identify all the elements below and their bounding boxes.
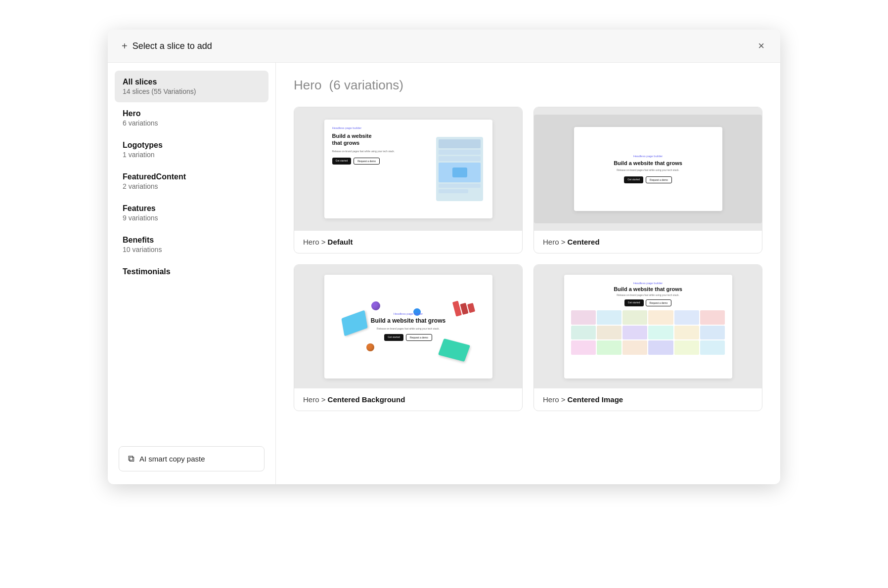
mockup-3d-btn1: Get started xyxy=(384,334,403,341)
sidebar-item-name: Testimonials xyxy=(123,267,261,276)
mockup-c-btn1: Get started xyxy=(624,176,643,183)
dialog-header: + Select a slice to add × xyxy=(108,30,780,63)
mockup-c-badge: Headless page builder xyxy=(633,155,663,158)
sidebar-item-count: 2 variations xyxy=(123,182,261,190)
card-label-prefix: Hero > xyxy=(303,395,328,404)
card-label-default: Hero > Default xyxy=(294,231,522,253)
section-variations-text: (6 variations) xyxy=(329,78,403,92)
dialog-title: Select a slice to add xyxy=(133,41,212,51)
sidebar-item-count: 14 slices (55 Variations) xyxy=(123,87,261,95)
mockup-ci-buttons: Get started Request a demo xyxy=(624,299,671,306)
card-preview-centered-image: Headless page builder Build a website th… xyxy=(534,265,762,388)
plus-icon: + xyxy=(122,41,128,52)
mockup-c-headline: Build a website that grows xyxy=(614,160,682,166)
mockup-ci-badge: Headless page builder xyxy=(633,282,663,285)
mockup-3d-badge: Headless page builder xyxy=(394,312,423,315)
card-preview-centered-bg: Headless page builder Build a website th… xyxy=(294,265,522,388)
mockup-3d-headline: Build a website that grows xyxy=(371,317,445,325)
sidebar-item-featured[interactable]: FeaturedContent 2 variations xyxy=(115,166,268,197)
mockup-centered-bg: Headless page builder Build a website th… xyxy=(534,115,762,223)
header-left: + Select a slice to add xyxy=(122,41,212,52)
sidebar-item-logotypes[interactable]: Logotypes 1 variation xyxy=(115,134,268,166)
mockup-c-buttons: Get started Request a demo xyxy=(624,176,671,183)
section-title-text: Hero xyxy=(294,78,321,92)
sidebar-item-count: 10 variations xyxy=(123,246,261,253)
sidebar-item-name: All slices xyxy=(123,78,261,86)
mockup-badge: Headless page builder xyxy=(332,126,429,129)
card-label-centered-image: Hero > Centered Image xyxy=(534,388,762,411)
card-label-bold: Centered Image xyxy=(568,395,623,404)
sidebar-item-count: 9 variations xyxy=(123,214,261,222)
mockup-ci-btn2: Request a demo xyxy=(646,299,672,306)
card-label-prefix: Hero > xyxy=(303,238,328,246)
mockup-ci-header: Headless page builder Build a website th… xyxy=(571,282,725,306)
sidebar-item-count: 1 variation xyxy=(123,151,261,159)
sidebar-item-name: Hero xyxy=(123,109,261,118)
card-preview-centered: Headless page builder Build a website th… xyxy=(534,107,762,231)
3d-sphere-orange xyxy=(366,343,374,351)
sidebar-item-name: Logotypes xyxy=(123,141,261,150)
sidebar-item-name: FeaturedContent xyxy=(123,172,261,181)
card-label-prefix: Hero > xyxy=(543,395,568,404)
sidebar-item-features[interactable]: Features 9 variations xyxy=(115,197,268,229)
mockup-ci-headline: Build a website that grows xyxy=(614,286,682,292)
mockup-3d: Headless page builder Build a website th… xyxy=(324,275,492,378)
mockup-buttons: Get started Request a demo xyxy=(332,158,429,165)
mockup-3d-buttons: Get started Request a demo xyxy=(384,334,432,341)
ai-button-label: AI smart copy paste xyxy=(139,455,205,463)
3d-teal xyxy=(438,338,470,362)
mockup-3d-text: Headless page builder Build a website th… xyxy=(371,312,445,341)
section-heading: Hero (6 variations) xyxy=(294,78,762,93)
sidebar-item-benefits[interactable]: Benefits 10 variations xyxy=(115,229,268,260)
card-label-bold: Centered xyxy=(568,238,600,246)
mockup-subtext: Release on-brand pages fast while using … xyxy=(332,150,429,153)
mockup-centered-inner: Headless page builder Build a website th… xyxy=(574,127,722,211)
sidebar-item-count: 6 variations xyxy=(123,119,261,127)
mockup-3d-btn2: Request a demo xyxy=(406,334,432,341)
sidebar: All slices 14 slices (55 Variations) Her… xyxy=(108,63,276,484)
mockup-btn-get-started: Get started xyxy=(332,158,352,165)
cards-grid: Headless page builder Build a websitetha… xyxy=(294,107,762,411)
3d-bars xyxy=(452,297,475,316)
mockup-centered-image: Headless page builder Build a website th… xyxy=(564,275,732,378)
mockup-ci-sub: Release on-brand pages fast while using … xyxy=(617,294,679,296)
mockup-ui-preview xyxy=(436,137,483,201)
card-hero-default[interactable]: Headless page builder Build a websitetha… xyxy=(294,107,523,253)
card-preview-default: Headless page builder Build a websitetha… xyxy=(294,107,522,231)
sidebar-item-hero[interactable]: Hero 6 variations xyxy=(115,102,268,134)
mockup-ci-btn1: Get started xyxy=(624,299,644,306)
sidebar-item-name: Benefits xyxy=(123,236,261,245)
mockup-ci-grid xyxy=(571,310,725,355)
dialog: + Select a slice to add × All slices 14 … xyxy=(108,30,780,484)
copy-icon: ⧉ xyxy=(128,454,134,464)
close-button[interactable]: × xyxy=(756,39,766,53)
sidebar-item-testimonials[interactable]: Testimonials xyxy=(115,260,268,283)
mockup-c-subtext: Release on-brand pages fast while using … xyxy=(617,168,679,171)
card-label-centered-bg: Hero > Centered Background xyxy=(294,388,522,411)
dialog-body: All slices 14 slices (55 Variations) Her… xyxy=(108,63,780,484)
card-label-centered: Hero > Centered xyxy=(534,231,762,253)
ai-smart-copy-paste-button[interactable]: ⧉ AI smart copy paste xyxy=(119,446,265,471)
sidebar-bottom: ⧉ AI smart copy paste xyxy=(115,441,268,476)
sidebar-item-all[interactable]: All slices 14 slices (55 Variations) xyxy=(115,71,268,102)
mockup-right xyxy=(435,126,485,211)
mockup-btn-request-demo: Request a demo xyxy=(354,158,380,165)
mockup-headline: Build a websitethat grows xyxy=(332,132,429,147)
mockup-3d-sub: Release on-brand pages fast while using … xyxy=(377,327,440,330)
card-hero-centered-bg[interactable]: Headless page builder Build a website th… xyxy=(294,264,523,411)
3d-sphere-purple xyxy=(371,301,380,310)
card-label-bold: Default xyxy=(328,238,353,246)
card-hero-centered[interactable]: Headless page builder Build a website th… xyxy=(533,107,762,253)
mockup-left: Headless page builder Build a websitetha… xyxy=(332,126,429,211)
3d-book xyxy=(341,310,367,336)
main-content: Hero (6 variations) Headless page builde… xyxy=(276,63,780,484)
sidebar-item-name: Features xyxy=(123,204,261,213)
card-hero-centered-image[interactable]: Headless page builder Build a website th… xyxy=(533,264,762,411)
mockup-default: Headless page builder Build a websitetha… xyxy=(324,120,492,218)
mockup-c-btn2: Request a demo xyxy=(646,176,672,183)
card-label-prefix: Hero > xyxy=(543,238,568,246)
card-label-bold: Centered Background xyxy=(328,395,405,404)
